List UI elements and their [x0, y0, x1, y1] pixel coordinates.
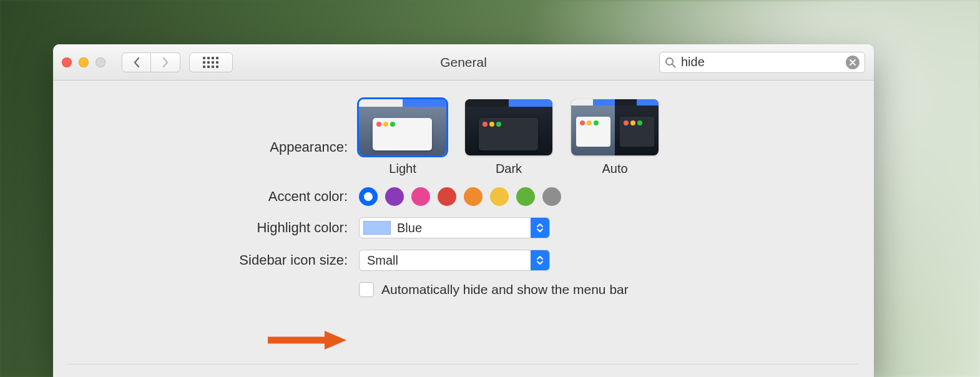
- show-all-button[interactable]: [189, 52, 233, 72]
- minimize-window-button[interactable]: [79, 57, 89, 67]
- svg-marker-3: [325, 331, 346, 350]
- titlebar: General: [53, 44, 874, 81]
- stepper-icon: [531, 218, 549, 238]
- accent-color-graphite[interactable]: [542, 187, 561, 206]
- appearance-option-auto[interactable]: Auto: [571, 99, 659, 176]
- appearance-thumb-light: [359, 99, 446, 155]
- appearance-label: Appearance:: [66, 99, 359, 155]
- back-button[interactable]: [122, 52, 151, 72]
- auto-hide-row: Automatically hide and show the menu bar: [66, 282, 861, 297]
- pane-content: Appearance: Light Dark: [53, 81, 874, 297]
- appearance-option-light[interactable]: Light: [359, 99, 446, 176]
- accent-color-options: [359, 187, 561, 206]
- auto-hide-menu-bar-label: Automatically hide and show the menu bar: [381, 282, 629, 297]
- section-divider: [68, 364, 859, 365]
- appearance-options: Light Dark Auto: [359, 99, 659, 176]
- search-icon: [665, 57, 676, 68]
- appearance-option-label: Dark: [496, 162, 522, 176]
- appearance-row: Appearance: Light Dark: [66, 99, 861, 176]
- sidebar-size-select[interactable]: Small: [359, 250, 550, 271]
- sidebar-size-value: Small: [360, 253, 398, 268]
- appearance-option-dark[interactable]: Dark: [465, 99, 552, 176]
- accent-color-green[interactable]: [516, 187, 535, 206]
- accent-color-red[interactable]: [438, 187, 456, 206]
- sidebar-size-label: Sidebar icon size:: [66, 252, 359, 268]
- highlight-color-select[interactable]: Blue: [359, 217, 550, 238]
- preferences-window: General Appearance: Light: [53, 44, 874, 377]
- accent-color-orange[interactable]: [464, 187, 483, 206]
- accent-color-yellow[interactable]: [490, 187, 509, 206]
- x-icon: [850, 59, 856, 66]
- accent-label: Accent color:: [66, 188, 359, 205]
- accent-row: Accent color:: [66, 187, 861, 206]
- highlight-row: Highlight color: Blue: [66, 217, 861, 238]
- close-window-button[interactable]: [62, 57, 72, 67]
- window-controls: [62, 57, 105, 67]
- accent-color-purple[interactable]: [385, 187, 404, 206]
- sidebar-size-row: Sidebar icon size: Small: [66, 250, 861, 271]
- auto-hide-menu-bar-checkbox[interactable]: [359, 282, 374, 297]
- accent-color-pink[interactable]: [411, 187, 430, 206]
- search-field[interactable]: [659, 52, 865, 73]
- accent-color-blue[interactable]: [359, 187, 378, 206]
- zoom-window-button: [96, 57, 105, 67]
- search-input[interactable]: [676, 55, 846, 69]
- appearance-thumb-dark: [465, 99, 552, 155]
- appearance-thumb-auto: [571, 99, 659, 155]
- highlight-label: Highlight color:: [66, 220, 359, 236]
- chevron-right-icon: [162, 57, 169, 67]
- clear-search-button[interactable]: [846, 56, 860, 69]
- forward-button[interactable]: [151, 52, 180, 72]
- nav-buttons: [122, 52, 180, 72]
- highlight-value: Blue: [397, 221, 422, 235]
- appearance-option-label: Light: [389, 162, 416, 176]
- grid-icon: [203, 57, 219, 68]
- chevron-left-icon: [134, 57, 140, 67]
- highlight-swatch: [363, 221, 391, 235]
- appearance-option-label: Auto: [602, 162, 627, 176]
- stepper-icon: [531, 250, 549, 270]
- annotation-arrow-icon: [265, 329, 346, 351]
- svg-line-1: [672, 64, 675, 67]
